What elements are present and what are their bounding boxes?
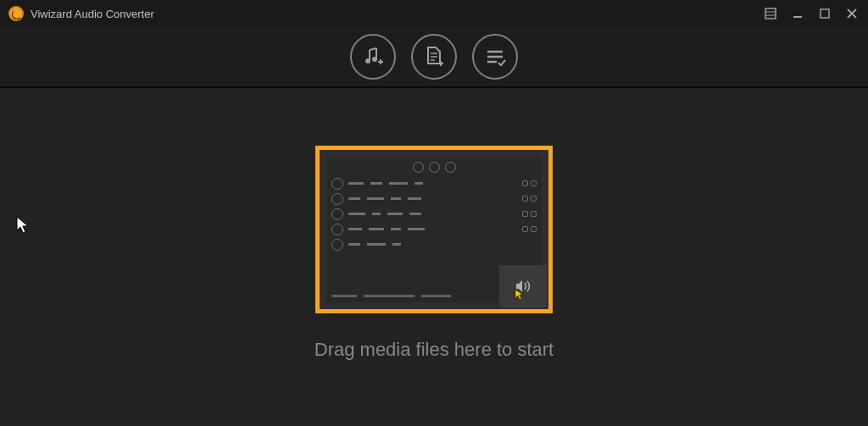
add-file-button[interactable] xyxy=(411,34,457,80)
app-logo-icon xyxy=(8,6,24,21)
volume-icon xyxy=(499,265,547,307)
menu-button[interactable] xyxy=(763,6,778,21)
svg-rect-0 xyxy=(765,8,776,19)
cursor-icon xyxy=(15,215,31,234)
add-music-button[interactable] xyxy=(350,34,396,80)
svg-rect-4 xyxy=(821,9,829,18)
output-list-button[interactable] xyxy=(472,34,518,80)
maximize-button[interactable] xyxy=(817,6,832,21)
preview-illustration xyxy=(315,146,553,313)
toolbar xyxy=(0,27,868,86)
main-drop-area[interactable]: Drag media files here to start xyxy=(0,88,868,426)
list-check-icon xyxy=(483,45,507,69)
file-plus-icon xyxy=(422,45,446,69)
svg-point-8 xyxy=(372,57,377,62)
titlebar: Viwizard Audio Converter xyxy=(0,0,868,27)
svg-point-7 xyxy=(365,58,370,64)
drop-instruction-text: Drag media files here to start xyxy=(314,339,554,361)
minimize-button[interactable] xyxy=(790,6,805,21)
app-title: Viwizard Audio Converter xyxy=(31,8,154,20)
music-plus-icon xyxy=(361,45,385,69)
close-button[interactable] xyxy=(844,6,860,21)
drop-zone: Drag media files here to start xyxy=(314,146,554,361)
